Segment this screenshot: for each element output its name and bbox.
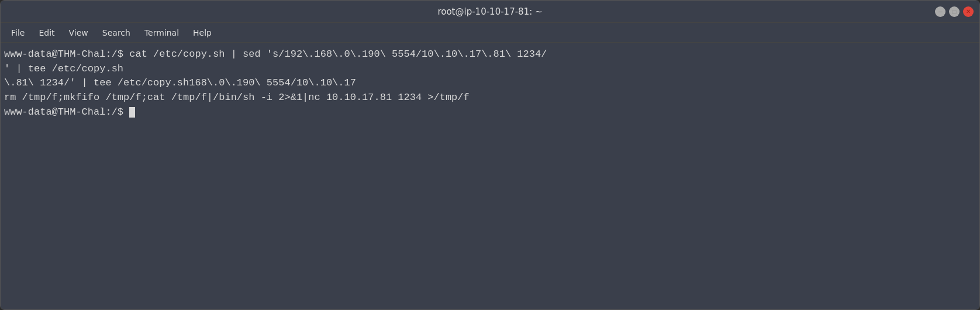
menu-edit[interactable]: Edit (33, 26, 60, 40)
window-title: root@ip-10-10-17-81: ~ (437, 6, 542, 17)
terminal-cursor (129, 107, 135, 118)
title-bar: root@ip-10-10-17-81: ~ − □ (1, 1, 979, 23)
minimize-button[interactable]: − (935, 6, 946, 17)
menu-terminal[interactable]: Terminal (139, 26, 185, 40)
window-controls: − □ (935, 6, 974, 17)
menu-bar: File Edit View Search Terminal Help (1, 23, 979, 43)
terminal-body[interactable]: www-data@THM-Chal:/$ cat /etc/copy.sh | … (1, 43, 979, 309)
terminal-output: www-data@THM-Chal:/$ cat /etc/copy.sh | … (4, 47, 976, 119)
menu-file[interactable]: File (5, 26, 30, 40)
menu-search[interactable]: Search (96, 26, 136, 40)
menu-view[interactable]: View (63, 26, 94, 40)
menu-help[interactable]: Help (187, 26, 218, 40)
terminal-window: root@ip-10-10-17-81: ~ − □ File Edit Vie… (0, 0, 980, 310)
close-button[interactable] (963, 6, 974, 17)
maximize-button[interactable]: □ (949, 6, 960, 17)
